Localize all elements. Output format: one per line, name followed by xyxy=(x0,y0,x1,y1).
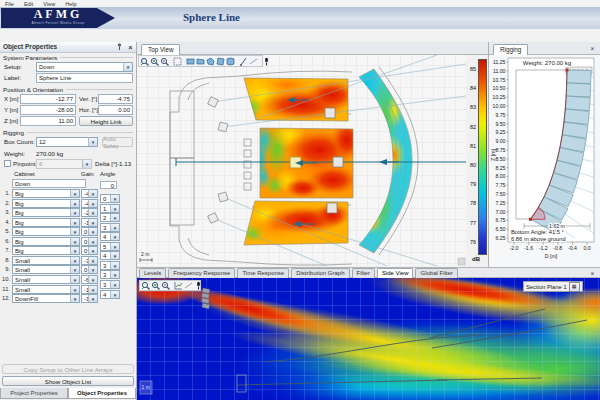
draw-trapezoid-area-icon[interactable] xyxy=(196,56,205,66)
y-field[interactable]: -28.00 xyxy=(20,105,76,115)
gain-select[interactable]: -4▾ xyxy=(81,199,98,208)
speaker-icon[interactable] xyxy=(333,157,343,167)
angle-select[interactable]: 4▾ xyxy=(100,251,120,260)
side-view-canvas[interactable]: 1 m xyxy=(137,278,600,400)
cabinet-select[interactable]: Big▾ xyxy=(12,246,80,255)
close-icon[interactable]: × xyxy=(126,43,135,52)
cabinet-select[interactable]: Big▾ xyxy=(12,189,80,198)
angle-select[interactable]: 4▾ xyxy=(100,232,120,241)
box-count-select[interactable]: 12▾ xyxy=(36,137,98,147)
angle-select[interactable]: 3▾ xyxy=(100,280,120,289)
x-field[interactable]: -12.77 xyxy=(20,94,76,104)
draw-line-icon[interactable] xyxy=(239,56,248,66)
zoom-window-icon[interactable] xyxy=(141,281,150,291)
cabinet-select[interactable]: Small▾ xyxy=(12,256,80,265)
pin-icon[interactable] xyxy=(116,43,125,52)
probe-icon[interactable] xyxy=(262,56,271,66)
chevron-down-icon: ▾ xyxy=(88,295,97,302)
section-scale: 1 m xyxy=(140,381,152,394)
select-area-icon[interactable] xyxy=(173,56,182,66)
gain-select[interactable]: 0▾ xyxy=(81,246,98,255)
gain-select[interactable]: -2▾ xyxy=(81,208,98,217)
probe-icon[interactable] xyxy=(194,281,203,291)
box-count-label: Box Count: xyxy=(4,137,35,146)
ver-field[interactable]: -4.75 xyxy=(98,94,133,104)
gain-select[interactable]: -12▾ xyxy=(81,285,98,294)
top-view-canvas[interactable]: 2 m xyxy=(137,55,466,266)
angle-select[interactable]: 4▾ xyxy=(100,290,120,299)
draw-ray-icon[interactable] xyxy=(184,281,193,291)
speaker-icon[interactable] xyxy=(325,108,335,118)
speaker-icon[interactable] xyxy=(218,122,228,132)
setup-select[interactable]: Down▾ xyxy=(36,62,133,72)
bottom-angle-label: Bottom Angle: 41.5 ° xyxy=(511,229,564,235)
cabinet-select[interactable]: Big▾ xyxy=(12,227,80,236)
gain-select[interactable]: 0▾ xyxy=(81,227,98,236)
angle-select[interactable]: 3▾ xyxy=(100,261,120,270)
section-plane-lock-icon[interactable]: ▦ xyxy=(569,282,580,292)
speaker-icon[interactable] xyxy=(327,203,337,213)
height-link-button[interactable]: Height Link xyxy=(79,116,133,126)
colorbar-tick: 85 xyxy=(466,66,476,72)
axis-tick: 8.75 xyxy=(495,147,505,153)
distribution-graph-icon[interactable] xyxy=(174,281,183,291)
hor-field[interactable]: 0.00 xyxy=(98,105,133,115)
gain-select[interactable]: -12▾ xyxy=(81,294,98,303)
show-object-list-button[interactable]: Show Object List xyxy=(2,376,134,386)
tab-project-properties[interactable]: Project Properties xyxy=(0,388,68,399)
angle-select[interactable]: 0▾ xyxy=(100,194,120,203)
zoom-in-icon[interactable] xyxy=(150,56,159,66)
cabinet-select[interactable]: Small▾ xyxy=(12,275,80,284)
cabinet-select[interactable]: Big▾ xyxy=(12,208,80,217)
cabinet-select[interactable]: DownFill▾ xyxy=(12,294,80,303)
cabinet-select[interactable]: Small▾ xyxy=(12,285,80,294)
z-field[interactable]: 11.00 xyxy=(20,116,76,126)
draw-polygon-area-icon[interactable] xyxy=(206,56,215,66)
zoom-window-icon[interactable] xyxy=(140,56,149,66)
draw-quad-area-icon[interactable] xyxy=(216,56,225,66)
cabinet-select[interactable]: Big▾ xyxy=(12,199,80,208)
angle-select[interactable]: 2▾ xyxy=(100,213,120,222)
cabinet-select-value: Small xyxy=(13,266,70,273)
gain-select[interactable]: -1▾ xyxy=(81,218,98,227)
label-field[interactable]: Sphere Line xyxy=(36,73,133,83)
angle-select[interactable]: 5▾ xyxy=(100,242,120,251)
section-plane-selector[interactable]: Section Plane 1 ▦ xyxy=(523,281,583,292)
tab-rigging[interactable]: Rigging xyxy=(493,44,528,55)
tab-object-properties[interactable]: Object Properties xyxy=(68,388,136,399)
angle-select[interactable]: 3▾ xyxy=(100,270,120,279)
angle-select[interactable]: 1▾ xyxy=(100,204,120,213)
cabinet-select[interactable]: Big▾ xyxy=(12,237,80,246)
auto-splay-button[interactable]: Auto Splay xyxy=(102,137,133,147)
zoom-in-icon[interactable] xyxy=(151,281,160,291)
tab-top-view[interactable]: Top View xyxy=(141,44,180,55)
gain-select[interactable]: 0▾ xyxy=(81,237,98,246)
setup-name-field[interactable]: Down xyxy=(12,179,86,188)
resize-grip[interactable] xyxy=(458,258,465,265)
rigging-diagram[interactable]: Weight: 270.00 kg 1.63 m Bottom Angle: 4… xyxy=(489,55,600,270)
gain-select[interactable]: -4▾ xyxy=(81,189,98,198)
close-icon[interactable]: × xyxy=(588,44,597,53)
gain-select[interactable]: 0▾ xyxy=(81,265,98,274)
zoom-out-icon[interactable] xyxy=(160,56,169,66)
draw-rect-area-icon[interactable] xyxy=(186,56,195,66)
close-icon[interactable]: × xyxy=(588,269,597,278)
zoom-out-icon[interactable] xyxy=(161,281,170,291)
angle-select[interactable]: 3▾ xyxy=(100,223,120,232)
spl-zone-upper xyxy=(239,73,358,122)
speaker-icon[interactable] xyxy=(218,192,228,202)
row-index: 2. xyxy=(1,200,10,206)
cabinet-select[interactable]: Big▾ xyxy=(12,218,80,227)
pinpoint-select[interactable]: 6▾ xyxy=(36,159,92,169)
pinpoint-checkbox[interactable] xyxy=(4,160,11,167)
afmg-logo: AFMG Ahnert Feistel Media Group xyxy=(1,8,115,28)
draw-curved-area-icon[interactable] xyxy=(226,56,235,66)
gain-select[interactable]: -3▾ xyxy=(81,256,98,265)
gain-select[interactable]: -6▾ xyxy=(81,275,98,284)
top-angle-field[interactable]: 0 xyxy=(100,181,117,189)
draw-ray-icon[interactable] xyxy=(249,56,258,66)
cabinet-select-value: Small xyxy=(13,286,70,293)
copy-setup-button[interactable]: Copy Setup to Other Line Arrays xyxy=(2,364,134,374)
cabinet-select[interactable]: Small▾ xyxy=(12,265,80,274)
chevron-down-icon: ▾ xyxy=(110,214,119,221)
